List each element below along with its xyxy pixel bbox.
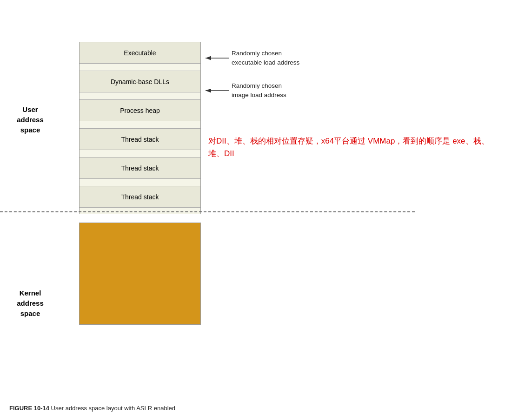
annotation-text-1: Randomly chosenexecutable load address — [232, 49, 299, 67]
segment-executable: Executable — [80, 42, 200, 64]
figure-caption: FIGURE 10-14 User address space layout w… — [9, 405, 175, 412]
red-annotation: 对DII、堆、栈的相对位置存疑，x64平台通过 VMMap，看到的顺序是 exe… — [208, 135, 497, 160]
segment-gap-2 — [80, 92, 200, 100]
arrow-icon-2 — [202, 86, 230, 95]
figure-caption-text: User address space layout with ASLR enab… — [51, 405, 175, 412]
memory-diagram: Executable Dynamic-base DLLs Process hea… — [79, 42, 201, 325]
kernel-address-space-label: Kerneladdressspace — [14, 288, 46, 318]
figure-caption-bold: FIGURE 10-14 — [9, 405, 49, 412]
annotation-text-2: Randomly chosenimage load address — [232, 81, 286, 99]
kernel-space-section — [79, 223, 201, 325]
segment-gap-1 — [80, 64, 200, 71]
segment-gap-4 — [80, 150, 200, 158]
kernel-label-text: Kerneladdressspace — [17, 289, 44, 317]
user-space-section: Executable Dynamic-base DLLs Process hea… — [79, 42, 201, 214]
segment-thread-stack-3: Thread stack — [80, 186, 200, 208]
segment-thread-stack-1: Thread stack — [80, 129, 200, 150]
arrow-icon-1 — [202, 53, 230, 63]
segment-process-heap: Process heap — [80, 100, 200, 121]
page-container: Useraddressspace Kerneladdressspace Exec… — [0, 0, 531, 420]
user-label-text: Useraddressspace — [17, 105, 44, 134]
user-address-space-label: Useraddressspace — [14, 105, 46, 135]
segment-gap-5 — [80, 179, 200, 186]
dashed-separator — [0, 211, 415, 212]
segment-bottom-strip — [80, 208, 200, 214]
annotation-dlls: Randomly chosenimage load address — [202, 81, 286, 99]
segment-dlls: Dynamic-base DLLs — [80, 71, 200, 92]
segment-thread-stack-2: Thread stack — [80, 158, 200, 179]
segment-gap-3 — [80, 121, 200, 129]
annotation-executable: Randomly chosenexecutable load address — [202, 49, 299, 67]
